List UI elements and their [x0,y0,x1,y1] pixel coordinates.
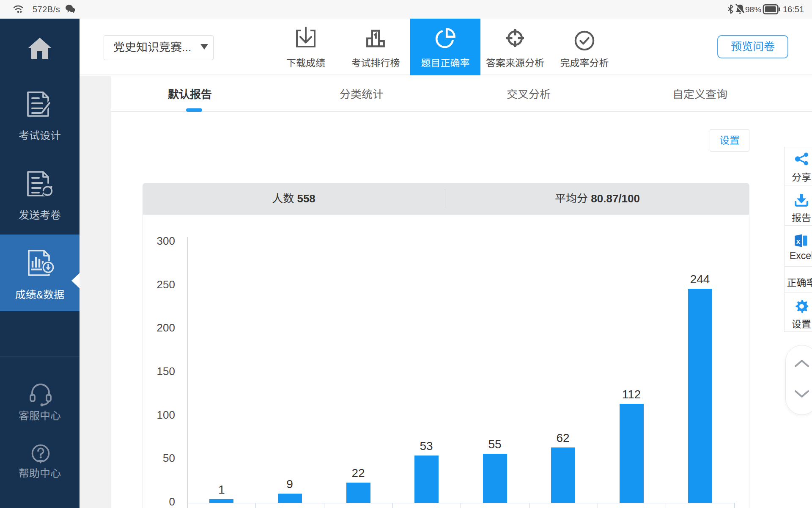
svg-text:x: x [796,237,801,246]
